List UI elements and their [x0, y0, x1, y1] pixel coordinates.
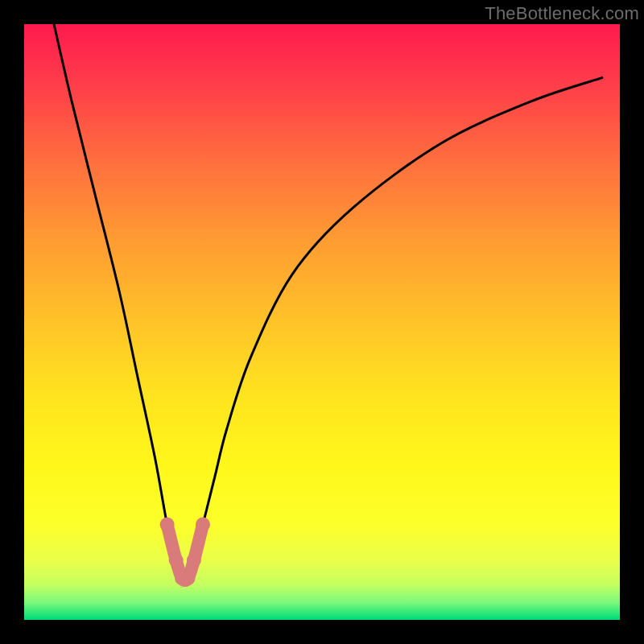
dip-dot — [181, 571, 196, 585]
dip-dot — [196, 518, 210, 532]
dip-dot — [187, 553, 201, 568]
plot-area — [24, 24, 620, 620]
curve-svg — [24, 24, 620, 620]
watermark-text: TheBottleneck.com — [485, 3, 639, 24]
chart-frame: TheBottleneck.com — [0, 0, 644, 644]
bottleneck-curve-path — [54, 24, 602, 580]
dip-dot — [160, 518, 175, 532]
dip-dot — [169, 553, 184, 568]
